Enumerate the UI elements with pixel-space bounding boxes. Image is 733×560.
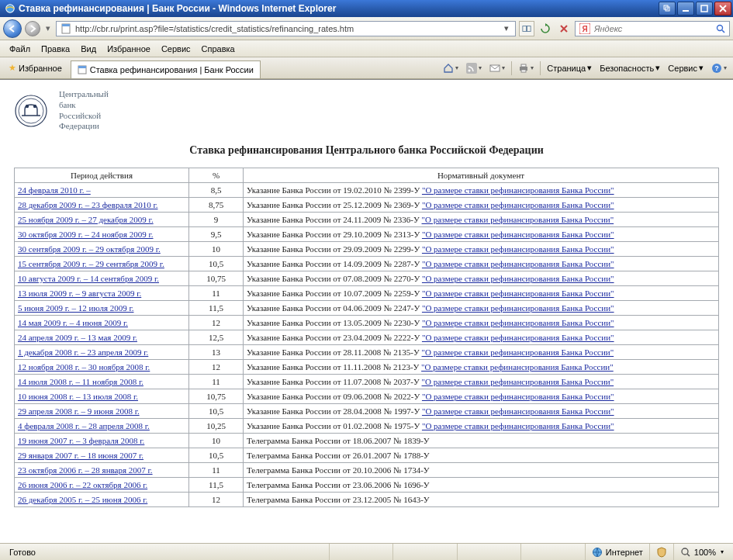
doc-link[interactable]: "О размере ставки рефинансирования Банка… (422, 377, 614, 386)
status-zoom[interactable]: 100%▾ (673, 544, 730, 560)
history-dropdown[interactable]: ▾ (43, 23, 53, 33)
favorites-label: Избранное (19, 64, 62, 73)
period-cell[interactable]: 1 декабря 2008 г. – 23 апреля 2009 г. (15, 345, 189, 360)
doc-cell: Телеграмма Банка России от 26.01.2007 № … (244, 448, 719, 463)
svg-point-25 (33, 104, 36, 107)
doc-cell: Указание Банка России от 11.07.2008 № 20… (244, 375, 719, 389)
back-button[interactable] (3, 19, 22, 38)
period-cell[interactable]: 15 сентября 2009 г. – 29 сентября 2009 г… (15, 257, 189, 271)
period-cell[interactable]: 10 июня 2008 г. – 13 июля 2008 г. (15, 389, 189, 404)
menu-help[interactable]: Справка (197, 43, 240, 55)
doc-link[interactable]: "О размере ставки рефинансирования Банка… (422, 421, 614, 430)
period-cell[interactable]: 24 февраля 2010 г. – (15, 183, 189, 198)
doc-link[interactable]: "О размере ставки рефинансирования Банка… (422, 289, 614, 298)
rate-cell: 10 (189, 434, 244, 448)
content-viewport[interactable]: Центральный банк Российской Федерации Ст… (0, 79, 733, 543)
doc-link[interactable]: "О размере ставки рефинансирования Банка… (421, 362, 614, 372)
table-row: 4 февраля 2008 г. – 28 апреля 2008 г.10,… (15, 419, 719, 434)
period-cell[interactable]: 19 июня 2007 г. – 3 февраля 2008 г. (15, 434, 189, 448)
mail-button[interactable]: ▾ (486, 61, 508, 75)
tools-menu[interactable]: Сервис▾ (665, 61, 707, 74)
browser-tab[interactable]: Ставка рефинансирования | Банк России (71, 60, 261, 78)
forward-button[interactable] (25, 21, 40, 36)
safety-menu[interactable]: Безопасность▾ (596, 61, 663, 74)
menu-view[interactable]: Вид (76, 43, 101, 55)
doc-cell: Телеграмма Банка России от 23.12.2005 № … (244, 493, 719, 507)
period-cell[interactable]: 5 июня 2009 г. – 12 июля 2009 г. (15, 301, 189, 316)
menu-service[interactable]: Сервис (157, 43, 195, 55)
period-cell[interactable]: 24 апреля 2009 г. – 13 мая 2009 г. (15, 330, 189, 345)
period-cell[interactable]: 14 мая 2009 г. – 4 июня 2009 г. (15, 316, 189, 330)
rate-cell: 11,5 (189, 301, 244, 316)
maximize-button[interactable] (696, 2, 713, 16)
svg-text:Я: Я (582, 25, 587, 33)
status-bar: Готово Интернет 100%▾ (0, 543, 733, 560)
doc-link[interactable]: "О размере ставки рефинансирования Банка… (422, 259, 614, 268)
address-input[interactable] (74, 22, 500, 35)
doc-link[interactable]: "О размере ставки рефинансирования Банка… (422, 347, 614, 357)
status-zone[interactable]: Интернет (585, 544, 649, 560)
period-cell[interactable]: 26 июня 2006 г. – 22 октября 2006 г. (15, 478, 189, 493)
svg-point-15 (468, 69, 471, 71)
svg-point-27 (682, 548, 688, 555)
table-row: 13 июля 2009 г. – 9 августа 2009 г.11Ука… (15, 286, 719, 301)
close-button[interactable] (714, 2, 731, 16)
doc-link[interactable]: "О размере ставки рефинансирования Банка… (422, 230, 614, 239)
search-go[interactable] (714, 22, 728, 36)
menu-file[interactable]: Файл (5, 43, 35, 55)
page-icon (61, 23, 71, 34)
period-cell[interactable]: 23 октября 2006 г. – 28 января 2007 г. (15, 463, 189, 478)
period-cell[interactable]: 12 ноября 2008 г. – 30 ноября 2008 г. (15, 360, 189, 375)
status-protected-mode[interactable] (649, 544, 673, 560)
search-input[interactable] (593, 23, 714, 34)
menu-edit[interactable]: Правка (36, 43, 74, 55)
rate-cell: 9,5 (189, 227, 244, 242)
period-cell[interactable]: 26 декабря 2005 г. – 25 июня 2006 г. (15, 493, 189, 507)
doc-link[interactable]: "О размере ставки рефинансирования Банка… (422, 244, 614, 254)
window-button-bg[interactable] (659, 2, 676, 16)
minimize-button[interactable] (677, 2, 694, 16)
print-button[interactable]: ▾ (515, 61, 537, 75)
feeds-button[interactable]: ▾ (463, 61, 485, 75)
period-cell[interactable]: 29 января 2007 г. – 18 июня 2007 г. (15, 448, 189, 463)
home-button[interactable]: ▾ (440, 61, 462, 75)
period-cell[interactable]: 4 февраля 2008 г. – 28 апреля 2008 г. (15, 419, 189, 434)
search-bar[interactable]: Я (575, 21, 730, 36)
stop-button[interactable] (556, 21, 572, 36)
doc-cell: Указание Банка России от 09.06.2008 № 20… (244, 389, 719, 404)
refresh-button[interactable] (538, 21, 553, 36)
doc-link[interactable]: "О размере ставки рефинансирования Банка… (422, 274, 614, 283)
doc-link[interactable]: "О размере ставки рефинансирования Банка… (422, 215, 614, 224)
th-doc: Нормативный документ (244, 168, 719, 183)
table-row: 10 августа 2009 г. – 14 сентября 2009 г.… (15, 271, 719, 286)
doc-link[interactable]: "О размере ставки рефинансирования Банка… (422, 333, 614, 342)
doc-link[interactable]: "О размере ставки рефинансирования Банка… (422, 185, 614, 195)
menu-favorites[interactable]: Избранное (102, 43, 155, 55)
period-cell[interactable]: 14 июля 2008 г. – 11 ноября 2008 г. (15, 375, 189, 389)
address-dropdown[interactable]: ▾ (500, 22, 513, 36)
table-header-row: Период действия % Нормативный документ (15, 168, 719, 183)
period-cell[interactable]: 30 октября 2009 г. – 24 ноября 2009 г. (15, 227, 189, 242)
table-row: 29 января 2007 г. – 18 июня 2007 г.10,5Т… (15, 448, 719, 463)
doc-link[interactable]: "О размере ставки рефинансирования Банка… (422, 392, 614, 401)
rate-cell: 11 (189, 286, 244, 301)
yandex-icon: Я (579, 23, 590, 34)
doc-link[interactable]: "О размере ставки рефинансирования Банка… (422, 303, 614, 313)
period-cell[interactable]: 25 ноября 2009 г. – 27 декабря 2009 г. (15, 213, 189, 227)
svg-rect-18 (521, 64, 526, 67)
doc-link[interactable]: "О размере ставки рефинансирования Банка… (422, 200, 614, 209)
table-row: 5 июня 2009 г. – 12 июля 2009 г.11,5Указ… (15, 301, 719, 316)
page-menu[interactable]: Страница▾ (544, 61, 595, 74)
status-ready: Готово (3, 544, 329, 560)
period-cell[interactable]: 10 августа 2009 г. – 14 сентября 2009 г. (15, 271, 189, 286)
period-cell[interactable]: 13 июля 2009 г. – 9 августа 2009 г. (15, 286, 189, 301)
favorites-button[interactable]: ★ Избранное (3, 60, 67, 75)
period-cell[interactable]: 30 сентября 2009 г. – 29 октября 2009 г. (15, 242, 189, 257)
help-button[interactable]: ?▾ (708, 61, 730, 75)
period-cell[interactable]: 29 апреля 2008 г. – 9 июня 2008 г. (15, 404, 189, 419)
address-bar[interactable]: ▾ (56, 21, 516, 36)
period-cell[interactable]: 28 декабря 2009 г. – 23 февраля 2010 г. (15, 198, 189, 213)
doc-link[interactable]: "О размере ставки рефинансирования Банка… (422, 318, 614, 327)
compat-view-button[interactable] (519, 21, 534, 36)
doc-link[interactable]: "О размере ставки рефинансирования Банка… (422, 406, 614, 416)
